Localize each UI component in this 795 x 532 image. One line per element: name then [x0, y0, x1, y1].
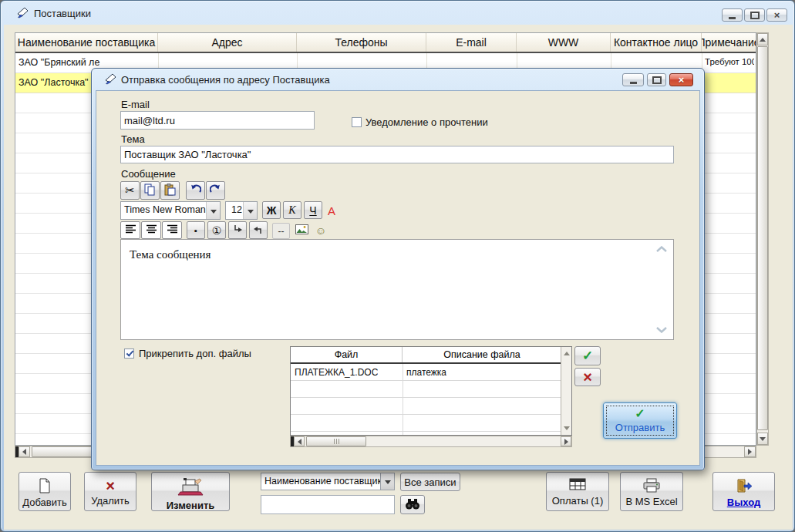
- all-records-button[interactable]: Все записи: [400, 473, 460, 491]
- font-family-combo[interactable]: Times New Roman: [120, 201, 221, 220]
- close-button[interactable]: ×: [766, 8, 787, 22]
- outdent-button[interactable]: [249, 221, 268, 239]
- redo-button[interactable]: [206, 181, 225, 200]
- cell-supplier-name: ЗАО "Брянский ле: [19, 57, 154, 68]
- chevron-down-icon: [248, 210, 254, 214]
- combo-arrow-button[interactable]: [206, 202, 220, 219]
- add-button[interactable]: Добавить: [19, 472, 71, 511]
- search-button[interactable]: [400, 495, 425, 514]
- search-input[interactable]: [261, 495, 395, 514]
- main-titlebar[interactable]: Поставщики ×: [1, 1, 794, 25]
- image-icon: [295, 224, 308, 237]
- dialog-icon: [104, 72, 117, 89]
- maximize-button[interactable]: [744, 8, 765, 22]
- table-vertical-scrollbar[interactable]: [756, 32, 769, 446]
- subject-input[interactable]: [120, 146, 674, 163]
- column-header-www[interactable]: WWW: [517, 33, 611, 52]
- scroll-left-button[interactable]: [294, 436, 305, 446]
- undo-button[interactable]: [186, 181, 205, 200]
- filter-field-combo[interactable]: Наименование поставщика: [261, 473, 395, 490]
- combo-arrow-button[interactable]: [243, 202, 257, 219]
- confirm-attachment-button[interactable]: ✓: [574, 346, 601, 365]
- chevron-down-icon: [385, 480, 391, 484]
- dialog-maximize-button[interactable]: [647, 73, 666, 86]
- minimize-button[interactable]: [722, 8, 743, 22]
- exit-button[interactable]: Выход: [712, 472, 775, 511]
- attachments-vertical-scrollbar[interactable]: [561, 347, 571, 435]
- binoculars-icon: [405, 498, 420, 512]
- bullet-icon: ▪: [194, 226, 197, 235]
- dialog-minimize-button[interactable]: [622, 73, 644, 86]
- remove-attachment-button[interactable]: ×: [574, 368, 601, 386]
- send-button[interactable]: ✓ Отправить: [603, 402, 677, 439]
- scissors-icon: ✂: [125, 184, 135, 197]
- numbered-list-button[interactable]: ①: [207, 221, 226, 239]
- column-header-name[interactable]: Наименование поставщика: [15, 33, 158, 52]
- combo-arrow-button[interactable]: [380, 473, 394, 490]
- exit-button-label: Выход: [727, 497, 760, 508]
- italic-button[interactable]: К: [283, 201, 301, 219]
- paste-button[interactable]: [160, 181, 180, 200]
- attach-files-checkbox[interactable]: [124, 348, 134, 359]
- undo-icon: [190, 184, 201, 197]
- exit-door-icon: [736, 478, 753, 497]
- payments-button[interactable]: Оплаты (1): [546, 472, 609, 511]
- scroll-up-chevron[interactable]: [656, 246, 667, 253]
- insert-image-button[interactable]: [294, 223, 309, 237]
- description-column-header[interactable]: Описание файла: [403, 347, 561, 362]
- underline-button[interactable]: Ч: [304, 201, 322, 219]
- scroll-down-button[interactable]: [757, 433, 768, 445]
- column-header-phones[interactable]: Телефоны: [297, 33, 426, 52]
- align-center-button[interactable]: [141, 221, 161, 239]
- read-receipt-label: Уведомление о прочтении: [365, 116, 488, 128]
- horizontal-rule-button[interactable]: --: [272, 223, 290, 239]
- font-color-button[interactable]: А: [325, 203, 338, 218]
- excel-button[interactable]: В MS Excel: [620, 472, 683, 511]
- scroll-down-chevron[interactable]: [656, 326, 667, 333]
- new-document-icon: [39, 478, 51, 497]
- font-family-value: Times New Roman: [121, 202, 206, 219]
- attachments-horizontal-scrollbar[interactable]: [290, 436, 572, 447]
- align-left-button[interactable]: [120, 221, 140, 239]
- column-header-contact[interactable]: Контактное лицо: [611, 33, 702, 52]
- column-header-address[interactable]: Адрес: [158, 33, 297, 52]
- font-size-combo[interactable]: 12: [225, 201, 258, 220]
- indent-button[interactable]: [228, 221, 247, 239]
- email-input[interactable]: [120, 111, 315, 130]
- delete-button[interactable]: × Удалить: [84, 472, 136, 511]
- app-icon: [16, 6, 29, 22]
- bold-button[interactable]: Ж: [262, 201, 281, 219]
- dialog-close-button[interactable]: ×: [669, 73, 693, 86]
- attachment-row[interactable]: ПЛАТЕЖКА_1.DOC платежка: [291, 364, 561, 381]
- filter-field-value: Наименование поставщика: [261, 473, 380, 490]
- close-icon: ×: [679, 75, 685, 85]
- edit-button[interactable]: Изменить: [151, 472, 230, 511]
- send-button-label: Отправить: [615, 422, 665, 433]
- file-column-header[interactable]: Файл: [291, 347, 403, 362]
- vertical-scroll-thumb[interactable]: [757, 46, 768, 430]
- empty-attachment-rows: [291, 381, 561, 435]
- dialog-titlebar[interactable]: Отправка сообщения по адресу Поставщика …: [92, 69, 704, 90]
- column-header-note[interactable]: Примечание: [702, 33, 756, 52]
- scroll-right-button[interactable]: [561, 436, 571, 446]
- attachments-table: Файл Описание файла ПЛАТЕЖКА_1.DOC плате…: [290, 346, 572, 436]
- read-receipt-checkbox[interactable]: [352, 117, 362, 127]
- align-left-icon: [125, 224, 136, 237]
- subject-label: Тема: [121, 133, 145, 145]
- horizontal-scroll-thumb[interactable]: [306, 436, 366, 446]
- close-icon: ×: [774, 10, 780, 20]
- copy-button[interactable]: [140, 181, 160, 200]
- scroll-up-button[interactable]: [757, 33, 768, 45]
- table-grid-icon: [569, 478, 586, 493]
- chevron-down-icon: [211, 210, 217, 214]
- cut-button[interactable]: ✂: [120, 181, 140, 200]
- bullet-list-button[interactable]: ▪: [187, 221, 205, 239]
- triangle-down-icon: [564, 426, 570, 430]
- message-body[interactable]: Тема сообщения: [120, 239, 674, 340]
- smiley-button[interactable]: ☺: [314, 223, 328, 237]
- column-header-email[interactable]: E-mail: [426, 33, 517, 52]
- align-right-button[interactable]: [162, 221, 182, 239]
- check-icon: ✓: [635, 408, 645, 420]
- scroll-right-button[interactable]: [744, 446, 756, 457]
- scroll-left-button[interactable]: [19, 446, 30, 457]
